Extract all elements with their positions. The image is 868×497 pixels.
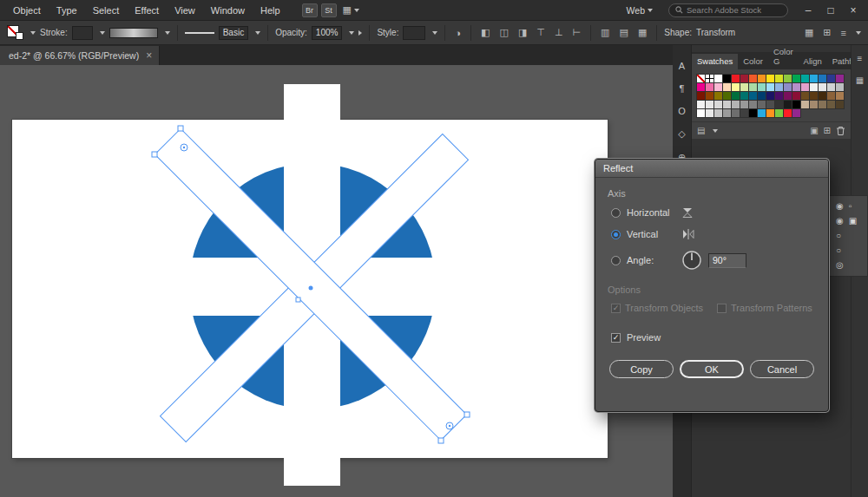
tab-align[interactable]: Align bbox=[799, 54, 827, 69]
swatch[interactable] bbox=[714, 75, 722, 82]
swatch[interactable] bbox=[740, 109, 748, 117]
swatch[interactable] bbox=[836, 101, 844, 108]
swatch[interactable] bbox=[775, 75, 783, 82]
panel-menu-icon[interactable]: ≡ bbox=[838, 28, 849, 38]
swatch[interactable] bbox=[697, 75, 705, 82]
swatch[interactable] bbox=[697, 83, 705, 91]
tab-color-guide[interactable]: Color G bbox=[768, 44, 799, 69]
character-panel-icon[interactable]: A bbox=[679, 61, 685, 71]
style-dropdown[interactable] bbox=[403, 26, 425, 40]
swatch[interactable] bbox=[801, 75, 809, 82]
canvas[interactable] bbox=[0, 65, 673, 497]
swatch[interactable] bbox=[801, 101, 809, 108]
swatch[interactable] bbox=[819, 75, 826, 82]
swatch[interactable] bbox=[792, 92, 800, 100]
swatch[interactable] bbox=[836, 92, 844, 100]
swatch[interactable] bbox=[819, 83, 826, 91]
swatch[interactable] bbox=[732, 109, 740, 117]
swatch[interactable] bbox=[758, 75, 766, 82]
swatch[interactable] bbox=[706, 92, 713, 100]
swatch[interactable] bbox=[714, 83, 722, 91]
align-bottom-icon[interactable]: ⊥ bbox=[552, 27, 566, 38]
align-vcenter-icon[interactable]: ⊢ bbox=[569, 27, 583, 38]
swatch[interactable] bbox=[766, 101, 774, 108]
angle-input[interactable] bbox=[708, 253, 746, 268]
stroke-weight-input[interactable] bbox=[72, 26, 93, 40]
chevron-down-icon[interactable] bbox=[432, 31, 437, 35]
chevron-down-icon[interactable] bbox=[100, 31, 105, 35]
fill-stroke-indicator[interactable] bbox=[7, 25, 23, 40]
swatch[interactable] bbox=[732, 92, 740, 100]
angle-dial[interactable] bbox=[681, 250, 702, 271]
close-button[interactable]: × bbox=[842, 0, 865, 21]
menu-help[interactable]: Help bbox=[253, 0, 288, 21]
swatch[interactable] bbox=[723, 75, 731, 82]
swatch[interactable] bbox=[827, 92, 835, 100]
swatch[interactable] bbox=[749, 92, 757, 100]
swatch[interactable] bbox=[836, 83, 844, 91]
swatch[interactable] bbox=[723, 109, 731, 117]
swatch[interactable] bbox=[766, 92, 774, 100]
swatch[interactable] bbox=[723, 92, 731, 100]
swatch[interactable] bbox=[732, 83, 740, 91]
grid-view-icon[interactable]: ▦ bbox=[856, 75, 864, 85]
stroke-style-dropdown[interactable]: Basic bbox=[219, 26, 248, 40]
horizontal-radio[interactable] bbox=[611, 208, 621, 218]
swatch[interactable] bbox=[766, 75, 774, 82]
swatch[interactable] bbox=[758, 101, 766, 108]
preferences-icon[interactable]: ⊞ bbox=[820, 27, 833, 38]
swatch[interactable] bbox=[784, 92, 792, 100]
minimize-button[interactable]: – bbox=[797, 0, 819, 21]
swatch[interactable] bbox=[801, 92, 809, 100]
swatch[interactable] bbox=[827, 83, 835, 91]
swatch[interactable] bbox=[749, 75, 757, 82]
delete-swatch-icon[interactable] bbox=[836, 126, 845, 136]
swatch[interactable] bbox=[836, 75, 844, 82]
new-swatch-icon[interactable]: ⊞ bbox=[824, 126, 831, 135]
transform-objects-checkbox[interactable]: ✓ bbox=[611, 304, 621, 313]
selection-handle[interactable] bbox=[296, 298, 300, 302]
swatch[interactable] bbox=[766, 109, 774, 117]
recolor-artwork-icon[interactable]: ◑ bbox=[452, 28, 464, 38]
swatch[interactable] bbox=[723, 83, 731, 91]
dialog-titlebar[interactable]: Reflect bbox=[595, 160, 828, 178]
swatch[interactable] bbox=[766, 83, 774, 91]
chevron-down-icon[interactable] bbox=[30, 31, 36, 35]
angle-radio[interactable] bbox=[611, 256, 621, 265]
swatch[interactable] bbox=[758, 109, 766, 117]
chevron-down-icon[interactable] bbox=[856, 31, 861, 35]
swatch[interactable] bbox=[792, 109, 800, 117]
swatch[interactable] bbox=[706, 83, 713, 91]
restore-button[interactable]: □ bbox=[819, 0, 842, 21]
swatch[interactable] bbox=[775, 109, 783, 117]
more-options-icon[interactable] bbox=[358, 30, 362, 36]
selection-handle[interactable] bbox=[178, 126, 183, 131]
cancel-button[interactable]: Cancel bbox=[750, 360, 814, 378]
align-hcenter-icon[interactable]: ◫ bbox=[496, 27, 510, 38]
dock-item-layers[interactable]: ◉▣ bbox=[832, 216, 864, 226]
new-swatch-group-icon[interactable]: ▣ bbox=[810, 126, 818, 135]
selection-center-point[interactable] bbox=[309, 286, 313, 291]
copy-button[interactable]: Copy bbox=[609, 360, 674, 378]
align-right-icon[interactable]: ◨ bbox=[516, 27, 529, 38]
swatch[interactable] bbox=[801, 83, 809, 91]
swatch-libraries-icon[interactable]: ▤ bbox=[697, 126, 705, 135]
transform-patterns-checkbox[interactable] bbox=[717, 304, 727, 313]
swatch[interactable] bbox=[792, 101, 800, 108]
swatch[interactable] bbox=[714, 92, 722, 100]
swatch[interactable] bbox=[740, 75, 748, 82]
dock-item-artboards[interactable]: ○ bbox=[832, 231, 864, 241]
menu-effect[interactable]: Effect bbox=[127, 0, 167, 21]
panel-menu-icon[interactable]: ≡ bbox=[858, 54, 863, 63]
swatch[interactable] bbox=[697, 109, 705, 117]
swatch[interactable] bbox=[740, 92, 748, 100]
stock-icon[interactable]: St bbox=[321, 3, 337, 17]
selection-handle[interactable] bbox=[438, 438, 444, 443]
opacity-value[interactable]: 100% bbox=[312, 26, 343, 40]
document-grid-icon[interactable]: ▦ bbox=[802, 27, 816, 38]
swatch[interactable] bbox=[819, 92, 826, 100]
swatch[interactable] bbox=[758, 92, 766, 100]
dock-item-libraries[interactable]: ◎ bbox=[832, 260, 864, 271]
menu-window[interactable]: Window bbox=[203, 0, 253, 21]
selection-handle[interactable] bbox=[464, 412, 470, 417]
